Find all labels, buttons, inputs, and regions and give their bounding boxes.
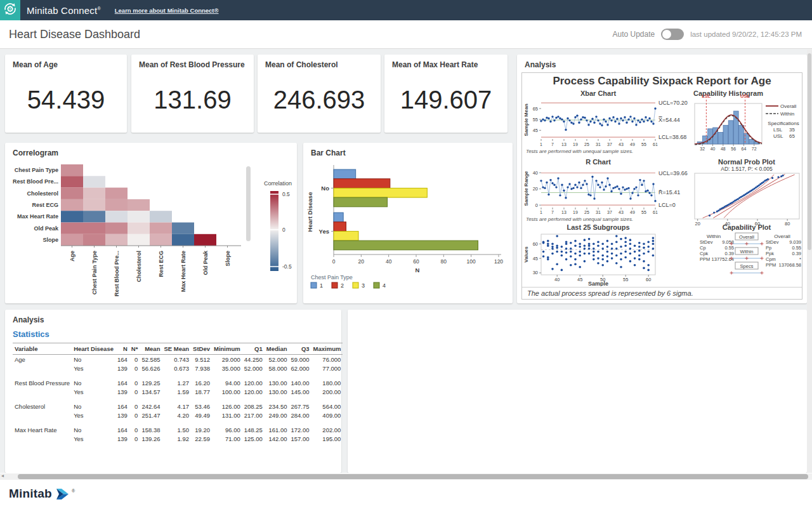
svg-text:20: 20 [695,221,700,227]
svg-text:32: 32 [700,147,705,151]
svg-text:Overall: Overall [739,234,754,240]
svg-text:UCL=70.20: UCL=70.20 [658,100,688,106]
svg-text:Overall: Overall [780,103,797,109]
svg-text:1: 1 [540,142,542,147]
svg-text:120: 120 [494,258,503,265]
svg-text:49: 49 [630,210,635,215]
svg-text:Specs: Specs [740,263,754,269]
top-navbar: Minitab Connect® Learn more about Minita… [0,0,812,20]
learn-more-link[interactable]: Learn more about Minitab Connect® [115,7,219,14]
svg-text:80: 80 [785,221,790,227]
svg-text:9.039: 9.039 [789,239,801,245]
svg-text:Cpk: Cpk [700,251,709,256]
column-header: Minimum [212,343,242,355]
svg-text:45: 45 [533,128,538,133]
kpi-card-mean-rest-blood-pressure: Mean of Rest Blood Pressure 131.69 [131,55,254,133]
svg-text:Sample: Sample [588,281,608,286]
svg-text:N: N [416,267,420,274]
svg-text:StDev: StDev [700,239,713,245]
legend-swatch-3 [353,282,358,288]
svg-text:40: 40 [386,258,392,265]
page-header: Heart Disease Dashboard Auto Update last… [0,20,812,49]
panel-title [348,310,807,315]
svg-text:Rest Blood Pre...: Rest Blood Pre... [114,251,120,296]
svg-text:Pp: Pp [766,245,771,251]
svg-text:Max Heart Rate: Max Heart Rate [180,251,187,292]
svg-text:13: 13 [561,142,566,147]
svg-text:Correlation: Correlation [264,180,292,187]
column-header: Q3 [289,343,311,355]
svg-text:49: 49 [630,142,635,147]
table-row: CholesterolNo1640242.644.1753.46126.0020… [13,402,343,411]
svg-text:4: 4 [383,282,386,289]
svg-text:Ppk: Ppk [766,251,774,256]
scroll-left-arrow-icon[interactable]: ◂ [1,473,4,479]
svg-text:0.55: 0.55 [792,245,801,251]
svg-text:*: * [799,256,801,262]
table-row: Rest Blood PressureNo1640129.251.2716.20… [13,378,343,387]
svg-text:Within: Within [707,234,721,239]
panel-title: Correlogram [5,143,297,157]
horizontal-scrollbar-thumb[interactable] [18,474,808,479]
svg-text:Rest ECG: Rest ECG [158,251,164,277]
sixpack-report: Process Capability Sixpack Report for Ag… [521,72,802,300]
svg-text:45: 45 [533,256,538,261]
imr-chart-panel [348,310,807,473]
table-row: Yes1390134.571.5918.77100.00120.00130.00… [13,387,343,396]
bar-chart-svg: NoYes020406080100120NHeart DiseaseChest … [303,157,513,303]
svg-text:13: 13 [561,210,566,215]
svg-text:Slope: Slope [43,237,58,243]
svg-text:0.55: 0.55 [724,245,734,251]
panel-title: Analysis [5,310,341,324]
auto-update-label: Auto Update [612,30,655,39]
table-row: Max Heart RateNo1640158.381.5019.2096.00… [13,425,343,434]
svg-text:61: 61 [653,142,658,147]
column-header: Variable [13,343,72,355]
vertical-scrollbar[interactable] [807,50,812,473]
column-header: Q1 [242,343,265,355]
minitab-connect-logo[interactable] [0,0,20,20]
svg-text:USL: USL [773,133,783,139]
kpi-card-mean-max-heart-rate: Mean of Max Heart Rate 149.607 [384,55,508,133]
svg-text:1: 1 [540,210,542,215]
kpi-title: Mean of Max Heart Rate [384,55,508,69]
auto-update-toggle[interactable] [661,29,684,40]
svg-text:Rest Blood Pre...: Rest Blood Pre... [13,178,58,185]
svg-text:Tests are performed with unequ: Tests are performed with unequal sample … [526,216,633,222]
minitab-footer-logo[interactable]: Minitab ® [9,487,75,501]
svg-text:37: 37 [607,142,612,147]
svg-text:40: 40 [554,277,560,282]
svg-text:43: 43 [619,142,624,147]
sixpack-sigma-note: The actual process spread is represented… [522,287,802,299]
correlogram-scrollbar-thumb[interactable] [246,166,251,241]
svg-text:AD: 1.517, P: < 0.005: AD: 1.517, P: < 0.005 [721,166,773,172]
app-root: Minitab Connect® Learn more about Minita… [0,0,812,509]
svg-text:72: 72 [752,147,757,151]
horizontal-scrollbar[interactable]: ◂ [0,473,812,480]
kpi-value: 54.439 [5,86,127,114]
svg-text:Chest Pain Type: Chest Pain Type [91,251,98,294]
imr-figure-svg [348,315,807,463]
svg-text:55: 55 [623,277,628,282]
svg-text:30: 30 [533,270,538,275]
svg-text:Old Peak: Old Peak [202,250,209,275]
sixpack-charts: Xbar Chart655545Sample Mean1713192531374… [522,89,802,286]
sixpack-report-title: Process Capability Sixpack Report for Ag… [522,73,802,88]
panel-title: Analysis [517,55,807,69]
kpi-title: Mean of Cholesterol [258,55,381,69]
bar-chart-panel: Bar Chart NoYes020406080100120NHeart Dis… [303,143,513,303]
svg-text:7: 7 [551,142,554,147]
svg-text:137752.64: 137752.64 [712,256,734,262]
vertical-scrollbar-thumb[interactable] [808,53,811,250]
statistics-heading: Statistics [13,329,341,339]
svg-text:1: 1 [320,282,323,289]
svg-text:USL: USL [740,93,750,99]
svg-text:Capability Plot: Capability Plot [723,223,771,231]
svg-text:Old Peak: Old Peak [34,225,59,232]
minitab-chevron-icon [56,488,69,500]
svg-text:Overall: Overall [774,234,790,239]
svg-text:0: 0 [332,258,336,265]
svg-text:64: 64 [742,147,747,151]
column-header: Heart Disease [72,343,115,355]
kpi-title: Mean of Rest Blood Pressure [131,55,254,69]
